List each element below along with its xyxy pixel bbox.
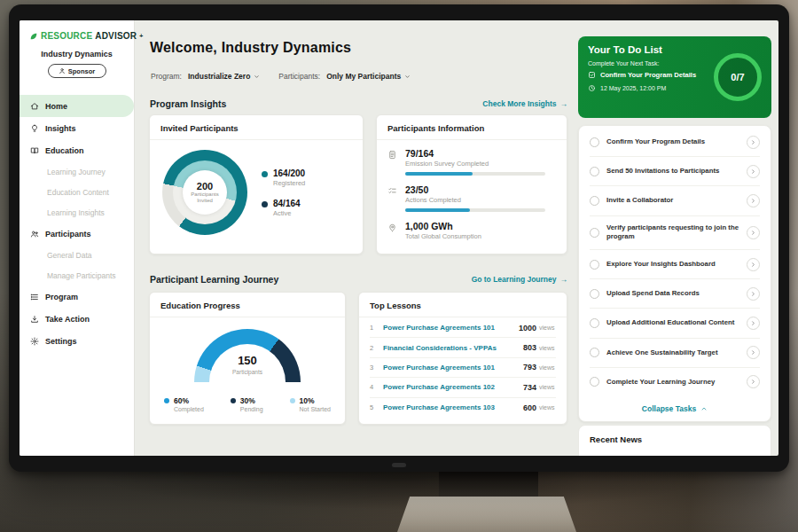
education-progress-card: Education Progress 150 Participants <box>149 292 346 425</box>
legend-item-pending: 30% Pending <box>231 396 263 412</box>
legend-label: Not Started <box>300 406 331 412</box>
legend-value: 84/164 <box>273 199 301 208</box>
sidebar-item-label: Manage Participants <box>47 271 116 280</box>
checkbox-icon <box>588 71 596 79</box>
program-filter-select[interactable]: Industrialize Zero <box>188 72 260 81</box>
sidebar-item-settings[interactable]: Settings <box>20 330 134 352</box>
go-to-learning-journey-link[interactable]: Go to Learning Journey → <box>472 275 567 284</box>
collapse-tasks-button[interactable]: Collapse Tasks <box>590 396 760 418</box>
lesson-link[interactable]: Financial Considerations - VPPAs <box>383 344 523 352</box>
logo-text-resource: RESOURCE <box>41 31 92 41</box>
task-checkbox[interactable] <box>590 289 599 299</box>
task-checkbox[interactable] <box>590 167 599 176</box>
task-checkbox[interactable] <box>590 377 599 387</box>
task-row-confirm-program: Confirm Your Program Details <box>590 128 760 157</box>
sidebar-item-take-action[interactable]: Take Action <box>20 308 134 330</box>
participants-filter-select[interactable]: Only My Participants <box>326 72 411 81</box>
task-checkbox[interactable] <box>590 137 599 147</box>
sidebar-item-program[interactable]: Program <box>20 286 134 308</box>
task-open-button[interactable] <box>747 136 760 149</box>
home-icon <box>30 102 39 111</box>
task-open-button[interactable] <box>747 226 760 239</box>
donut-center: 200 Participants Invited <box>183 170 227 215</box>
task-open-button[interactable] <box>747 287 760 301</box>
lesson-link[interactable]: Power Purchase Agreements 101 <box>383 324 519 332</box>
task-open-button[interactable] <box>747 194 760 207</box>
task-open-button[interactable] <box>747 165 760 178</box>
task-open-button[interactable] <box>747 375 760 388</box>
donut-center-value: 200 <box>197 181 213 192</box>
task-checkbox[interactable] <box>590 348 599 357</box>
task-row-invite-collaborator: Invite a Collaborator <box>590 186 760 215</box>
checklist-icon <box>387 186 397 196</box>
task-open-button[interactable] <box>747 258 760 271</box>
lesson-link[interactable]: Power Purchase Agreements 102 <box>383 383 523 391</box>
link-label: Check More Insights <box>482 99 556 108</box>
task-row-complete-learning-journey: Complete Your Learning Journey <box>590 368 760 396</box>
lesson-views: 803 <box>523 343 536 352</box>
monitor-stand-base <box>397 497 576 532</box>
task-label: Upload Additional Educational Content <box>606 318 739 327</box>
sidebar-item-learning-journey[interactable]: Learning Journey <box>20 161 134 182</box>
invited-donut-chart: 200 Participants Invited <box>162 150 247 235</box>
todo-progress-ring: 0/7 <box>714 53 762 101</box>
progress-bar <box>405 172 545 176</box>
legend-label: Active <box>273 209 301 217</box>
gauge-legend: 60% Completed 30% Pending <box>150 384 345 412</box>
lesson-views: 1000 <box>519 324 536 332</box>
sidebar-item-label: Insights <box>45 124 76 133</box>
legend-item-not-started: 10% Not Started <box>290 396 331 412</box>
chevron-up-icon <box>700 405 708 412</box>
donut-center-label: Participants Invited <box>186 192 223 205</box>
task-label: Explore Your Insights Dashboard <box>606 260 739 269</box>
lesson-views-suffix: views <box>539 345 556 351</box>
todo-hero-card: Your To Do List Complete Your Next Task:… <box>578 36 771 118</box>
task-checkbox[interactable] <box>590 318 599 328</box>
legend-item-completed: 60% Completed <box>164 396 204 412</box>
arrow-right-icon: → <box>560 99 568 108</box>
sidebar-item-education-content[interactable]: Education Content <box>20 182 134 202</box>
education-gauge-chart: 150 Participants <box>194 329 301 384</box>
progress-bar-fill <box>405 208 470 212</box>
lesson-link[interactable]: Power Purchase Agreements 103 <box>383 403 523 411</box>
lesson-row: 3 Power Purchase Agreements 101 793 view… <box>370 358 556 378</box>
sidebar-item-participants[interactable]: Participants <box>20 223 134 245</box>
task-checkbox[interactable] <box>590 228 599 238</box>
lesson-rank: 2 <box>370 344 383 352</box>
lesson-views-suffix: views <box>539 364 556 371</box>
check-more-insights-link[interactable]: Check More Insights → <box>482 99 567 108</box>
sidebar-item-education[interactable]: Education <box>20 139 134 161</box>
sponsor-badge[interactable]: Sponsor <box>48 64 106 78</box>
sidebar-item-learning-insights[interactable]: Learning Insights <box>20 202 134 223</box>
legend-dot-dark <box>231 398 236 403</box>
legend-label: Completed <box>174 406 204 412</box>
lesson-rank: 4 <box>370 383 383 391</box>
task-open-button[interactable] <box>747 346 760 359</box>
app-logo: RESOURCE ADVISOR+ <box>20 20 134 41</box>
chevron-down-icon <box>254 74 260 80</box>
lesson-row: 4 Power Purchase Agreements 102 734 view… <box>370 378 556 397</box>
monitor-bezel: RESOURCE ADVISOR+ Industry Dynamics Spon… <box>9 4 789 472</box>
book-icon <box>30 146 39 155</box>
lesson-link[interactable]: Power Purchase Agreements 101 <box>383 364 523 372</box>
task-checkbox[interactable] <box>590 196 599 206</box>
sidebar-item-manage-participants[interactable]: Manage Participants <box>20 265 134 286</box>
sponsor-badge-label: Sponsor <box>68 67 95 75</box>
photo-background: RESOURCE ADVISOR+ Industry Dynamics Spon… <box>0 0 798 532</box>
lesson-views-suffix: views <box>539 404 556 411</box>
lesson-rank: 3 <box>370 364 383 372</box>
todo-next-due-label: 12 May 2025, 12:00 PM <box>600 85 666 91</box>
sidebar-item-home[interactable]: Home <box>20 95 134 117</box>
lightbulb-icon <box>30 124 39 133</box>
sidebar-item-insights[interactable]: Insights <box>20 117 134 139</box>
sidebar-item-general-data[interactable]: General Data <box>20 245 134 265</box>
task-checkbox[interactable] <box>590 260 599 270</box>
legend-label: Pending <box>240 406 263 412</box>
legend-value: 60% <box>174 396 204 405</box>
location-pin-icon <box>387 223 397 232</box>
task-open-button[interactable] <box>747 317 760 330</box>
progress-bar <box>405 208 545 212</box>
legend-value: 30% <box>240 396 263 405</box>
lesson-views-suffix: views <box>539 384 556 390</box>
logo-plus: + <box>139 33 143 39</box>
